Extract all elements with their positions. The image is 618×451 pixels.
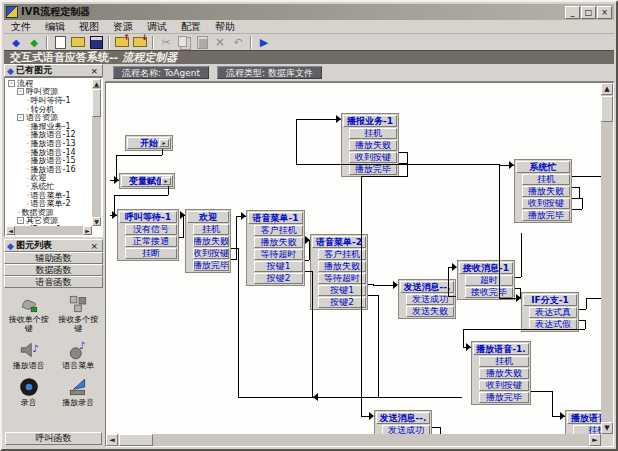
flow-node-5[interactable]: 语音菜单-2客户挂机播放失败等待超时按键1按键2	[310, 234, 368, 310]
menu-item-0[interactable]: 文件	[4, 20, 38, 34]
palette-item-5[interactable]: 播放录音	[54, 376, 104, 407]
palette-item-3[interactable]: ♪语音菜单	[54, 339, 104, 370]
title-bar[interactable]: IVR流程定制器 _ □ ×	[4, 4, 614, 20]
node-title[interactable]: 语音菜单-1	[248, 212, 303, 224]
node-title[interactable]: 语音菜单-2	[312, 236, 366, 248]
node-title[interactable]: 发送消息--.	[376, 412, 430, 424]
flow-node-6[interactable]: 播报业务-1挂机播放失败收到按键播放完毕	[341, 113, 399, 177]
node-output[interactable]: 发送失败	[406, 306, 454, 317]
scroll-up-icon[interactable]: ▲	[601, 83, 613, 95]
node-output[interactable]: 播放失败	[522, 186, 570, 197]
palette-item-1[interactable]: 接收多个按键	[54, 293, 104, 333]
flow-canvas[interactable]: 开始▸变量赋值▸呼叫等待-1没有信号正常接通挂断欢迎挂机播放失败收到按键播放完毕…	[105, 82, 614, 447]
minimize-button[interactable]: _	[565, 6, 580, 19]
flow-node-2[interactable]: 呼叫等待-1没有信号正常接通挂断	[117, 209, 179, 261]
tree-expand-icon[interactable]: -	[17, 114, 24, 121]
menu-item-3[interactable]: 资源	[106, 20, 140, 34]
node-title[interactable]: 播放语音-1.	[473, 343, 529, 355]
node-output[interactable]: 按键1	[318, 285, 366, 296]
canvas-horizontal-scrollbar[interactable]: ◄ ►	[106, 434, 601, 446]
node-title[interactable]: 播放语音-1	[567, 412, 601, 424]
menu-item-4[interactable]: 调试	[140, 20, 174, 34]
new-file-icon[interactable]	[52, 35, 68, 49]
node-output[interactable]: 挂机	[522, 174, 570, 185]
node-output[interactable]: 播放失败	[193, 236, 229, 247]
node-output[interactable]: 超时	[465, 275, 513, 286]
node-title[interactable]: 开始▸	[127, 137, 171, 149]
palette-panel-close-icon[interactable]: ×	[88, 241, 100, 251]
node-output[interactable]: 收到按键	[479, 380, 529, 391]
menu-item-6[interactable]: 帮助	[208, 20, 242, 34]
voice-menu-icon[interactable]: ♪	[67, 339, 89, 361]
node-output[interactable]: 等待超时	[318, 273, 366, 284]
flow-node-10[interactable]: IF分支-1表达式真表达式假	[521, 292, 579, 332]
node-title[interactable]: IF分支-1	[523, 294, 577, 306]
call-functions-button[interactable]: 呼叫函数	[5, 432, 102, 445]
record-icon[interactable]	[18, 376, 40, 398]
scroll-right-icon[interactable]: ►	[589, 434, 601, 446]
node-title[interactable]: 呼叫等待-1	[119, 211, 177, 223]
tree-expand-icon[interactable]: -	[17, 217, 24, 224]
node-output[interactable]: 挂断	[125, 248, 177, 259]
node-output[interactable]: 收到按键	[522, 198, 570, 209]
node-output[interactable]: 播放完毕	[479, 392, 529, 403]
flow-node-7[interactable]: 系统忙挂机播放失败收到按键播放完毕	[514, 159, 572, 223]
node-output[interactable]: 正常接通	[125, 236, 177, 247]
flow-node-11[interactable]: 播放语音-1.挂机播放失败收到按键播放完毕	[471, 341, 531, 405]
tree-item-10[interactable]: –播放语音-16	[6, 165, 92, 174]
node-title[interactable]: 变量赋值▸	[121, 175, 173, 187]
scroll-thumb[interactable]	[601, 96, 613, 122]
category-button-1[interactable]: 数据函数	[4, 264, 103, 276]
back-diamond-icon[interactable]	[8, 35, 24, 49]
tree-expand-icon[interactable]: -	[8, 80, 15, 87]
node-link-button[interactable]: ▸	[161, 177, 171, 185]
node-output[interactable]: 按键1	[254, 261, 303, 272]
node-output[interactable]: 收到按键	[193, 248, 229, 259]
flow-node-3[interactable]: 欢迎挂机播放失败收到按键播放完毕	[185, 209, 231, 273]
maximize-button[interactable]: □	[581, 6, 596, 19]
import-flow-icon[interactable]	[114, 35, 130, 49]
save-icon[interactable]	[88, 35, 104, 49]
node-title[interactable]: 系统忙	[516, 161, 570, 173]
node-output[interactable]: 挂机	[479, 356, 529, 367]
node-output[interactable]: 没有信号	[125, 224, 177, 235]
node-output[interactable]: 播放失败	[349, 140, 397, 151]
node-output[interactable]: 挂机	[349, 128, 397, 139]
tree-panel-close-icon[interactable]: ×	[88, 66, 100, 76]
node-link-button[interactable]: ▸	[159, 139, 169, 147]
scroll-down-icon[interactable]: ▼	[601, 422, 613, 434]
node-output[interactable]: 播放完毕	[193, 260, 229, 271]
tree-horizontal-scrollbar[interactable]: ◄ ►	[6, 226, 92, 235]
play-record-icon[interactable]	[67, 376, 89, 398]
flow-node-12[interactable]: 发送消息--.发送成功发送失败	[374, 410, 432, 434]
node-output[interactable]: 按键2	[318, 297, 366, 308]
node-output[interactable]: 接收完毕	[465, 287, 513, 298]
node-title[interactable]: 发送消息--.	[400, 281, 454, 293]
canvas-vertical-scrollbar[interactable]: ▲ ▼	[601, 83, 613, 434]
flow-node-13[interactable]: 播放语音-1挂机播放失败	[565, 410, 601, 434]
receive-single-key-icon[interactable]	[18, 293, 40, 315]
node-output[interactable]: 播放完毕	[349, 164, 397, 175]
node-output[interactable]: 客户挂机	[254, 225, 303, 236]
scroll-left-icon[interactable]: ◄	[6, 226, 15, 235]
node-output[interactable]: 发送成功	[406, 294, 454, 305]
run-icon[interactable]	[256, 35, 272, 49]
forward-diamond-icon[interactable]	[26, 35, 42, 49]
node-output[interactable]: 发送成功	[382, 425, 430, 434]
node-output[interactable]: 播放完毕	[522, 210, 570, 221]
node-output[interactable]: 客户挂机	[318, 249, 366, 260]
receive-multi-key-icon[interactable]	[67, 293, 89, 315]
node-output[interactable]: 播放失败	[318, 261, 366, 272]
node-title[interactable]: 播报业务-1	[343, 115, 397, 127]
scroll-down-icon[interactable]: ▼	[92, 217, 101, 226]
flow-node-4[interactable]: 语音菜单-1客户挂机播放失败等待超时按键1按键2	[246, 210, 305, 286]
flow-node-9[interactable]: 接收消息-1超时接收完毕	[457, 260, 515, 300]
flow-node-0[interactable]: 开始▸	[125, 135, 173, 151]
node-title[interactable]: 接收消息-1	[459, 262, 513, 274]
node-output[interactable]: 按键2	[254, 273, 303, 284]
node-output[interactable]: 挂机	[573, 425, 601, 434]
palette-item-0[interactable]: 接收单个按键	[4, 293, 54, 333]
node-output[interactable]: 表达式真	[529, 307, 577, 318]
export-flow-icon[interactable]	[132, 35, 148, 49]
palette-item-2[interactable]: ♪播放语音	[4, 339, 54, 370]
